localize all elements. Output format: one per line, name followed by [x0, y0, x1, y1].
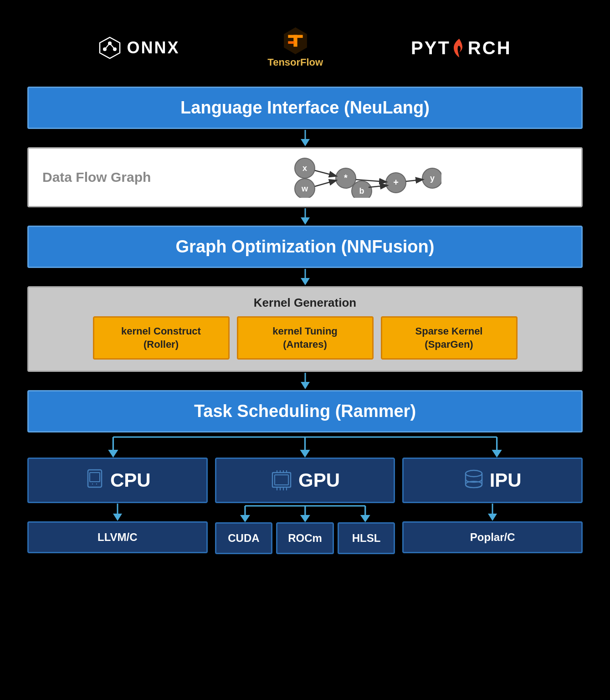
gpu-block: GPU — [215, 458, 395, 503]
rocm-label: ROCm — [288, 532, 322, 544]
svg-marker-31 — [301, 217, 310, 225]
kernel-tuning-box: kernel Tuning(Antares) — [237, 316, 374, 360]
svg-rect-8 — [293, 35, 297, 47]
arrow-1 — [296, 129, 314, 147]
llvm-box: LLVM/C — [27, 521, 208, 553]
svg-line-29 — [406, 180, 422, 181]
pytorch-label-part1: PYT — [411, 38, 451, 58]
svg-text:w: w — [301, 184, 308, 193]
logos-row: ONNX TensorFlow PYT RCH — [27, 18, 583, 87]
svg-rect-44 — [90, 473, 100, 482]
rocm-box: ROCm — [276, 522, 334, 554]
svg-text:*: * — [344, 173, 348, 183]
cpu-arrow — [27, 503, 208, 521]
svg-rect-9 — [288, 41, 294, 44]
cuda-label: CUDA — [228, 532, 259, 544]
svg-marker-69 — [488, 514, 497, 521]
tensorflow-icon — [283, 27, 308, 55]
gpu-subtargets: CUDA ROCm HLSL — [215, 522, 395, 554]
kernel-boxes-container: kernel Construct(Roller) kernel Tuning(A… — [38, 316, 572, 360]
cpu-column: CPU LLVM/C — [27, 458, 208, 553]
gpu-arrows — [215, 503, 395, 522]
ipu-column: IPU Poplar/C — [402, 458, 583, 553]
ipu-subtargets: Poplar/C — [402, 521, 583, 553]
graph-optimization-block: Graph Optimization (NNFusion) — [27, 226, 583, 268]
dataflow-graph-visual: x w * b + y — [160, 157, 568, 198]
poplar-box: Poplar/C — [402, 521, 583, 553]
gpu-label: GPU — [298, 469, 340, 491]
kernel-generation-block: Kernel Generation kernel Construct(Rolle… — [27, 286, 583, 372]
gpu-column: GPU CUDA — [215, 458, 395, 554]
svg-marker-33 — [301, 278, 310, 285]
kernel-construct-box: kernel Construct(Roller) — [93, 316, 230, 360]
svg-line-28 — [369, 185, 387, 187]
hardware-targets-row: CPU LLVM/C — [27, 458, 583, 554]
pytorch-flame-icon — [452, 38, 466, 58]
ipu-label: IPU — [490, 469, 522, 491]
poplar-label: Poplar/C — [470, 531, 515, 543]
language-interface-block: Language Interface (NeuLang) — [27, 87, 583, 129]
hlsl-label: HLSL — [352, 532, 381, 544]
svg-line-5 — [110, 43, 115, 49]
svg-marker-0 — [100, 37, 120, 58]
kernel-generation-title: Kernel Generation — [38, 296, 572, 310]
ipu-arrow — [402, 503, 583, 521]
ipu-icon — [464, 469, 484, 492]
cpu-block: CPU — [27, 458, 208, 503]
three-way-arrows — [27, 432, 583, 458]
cpu-label: CPU — [110, 469, 151, 491]
arrow-2 — [296, 207, 314, 226]
arrow-3 — [296, 268, 314, 286]
svg-text:b: b — [359, 186, 364, 196]
svg-marker-48 — [113, 514, 122, 521]
svg-text:+: + — [393, 177, 399, 187]
sparse-kernel-box: Sparse Kernel(SparGen) — [381, 316, 518, 360]
onnx-logo: ONNX — [98, 36, 179, 59]
tensorflow-logo: TensorFlow — [267, 27, 323, 68]
svg-marker-12 — [301, 139, 310, 146]
ipu-block: IPU — [402, 458, 583, 503]
architecture-diagram: Language Interface (NeuLang) Data Flow G… — [27, 87, 583, 554]
hlsl-box: HLSL — [338, 522, 395, 554]
cpu-subtargets: LLVM/C — [27, 521, 208, 553]
onnx-label: ONNX — [127, 38, 179, 57]
task-scheduling-block: Task Scheduling (Rammer) — [27, 390, 583, 432]
svg-marker-41 — [300, 450, 310, 458]
svg-line-25 — [315, 170, 336, 176]
dataflow-label: Data Flow Graph — [42, 170, 151, 185]
onnx-icon — [98, 36, 121, 59]
dataflow-graph-block: Data Flow Graph x w * b — [27, 147, 583, 207]
svg-line-4 — [105, 43, 110, 49]
language-interface-label: Language Interface (NeuLang) — [180, 98, 430, 117]
svg-marker-63 — [240, 515, 250, 522]
sparse-kernel-label: Sparse Kernel(SparGen) — [415, 325, 483, 350]
graph-optimization-label: Graph Optimization (NNFusion) — [176, 237, 435, 256]
svg-marker-42 — [492, 450, 502, 458]
gpu-icon — [270, 469, 293, 492]
svg-marker-35 — [301, 382, 310, 389]
kernel-tuning-label: kernel Tuning(Antares) — [272, 325, 338, 350]
svg-text:y: y — [430, 174, 435, 183]
svg-rect-50 — [275, 475, 288, 485]
task-scheduling-label: Task Scheduling (Rammer) — [194, 401, 416, 421]
kernel-construct-label: kernel Construct(Roller) — [121, 325, 201, 350]
tensorflow-label: TensorFlow — [267, 57, 323, 68]
main-container: ONNX TensorFlow PYT RCH — [27, 18, 583, 554]
pytorch-logo: PYT RCH — [411, 38, 511, 58]
llvm-label: LLVM/C — [97, 531, 138, 543]
svg-marker-64 — [300, 515, 310, 522]
arrow-4 — [296, 372, 314, 390]
svg-text:x: x — [302, 164, 307, 173]
cuda-box: CUDA — [215, 522, 273, 554]
svg-marker-40 — [108, 450, 118, 458]
pytorch-label-part2: RCH — [468, 38, 512, 58]
svg-line-26 — [315, 180, 336, 186]
cpu-icon — [84, 469, 105, 492]
svg-point-66 — [466, 470, 482, 477]
svg-marker-65 — [360, 515, 370, 522]
